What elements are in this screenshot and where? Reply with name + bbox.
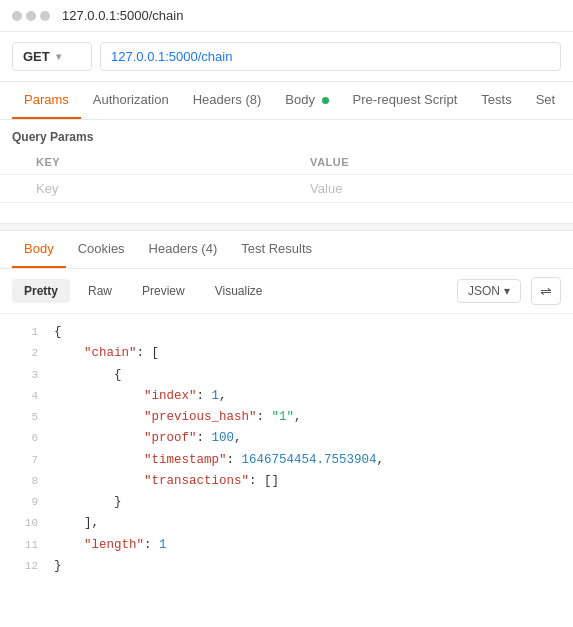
tab-body-label: Body — [285, 92, 328, 107]
code-line-4: 4 "index": 1, — [0, 386, 573, 407]
url-input[interactable] — [100, 42, 561, 71]
params-checkbox-col — [0, 150, 24, 175]
method-selector[interactable]: GET ▾ — [12, 42, 92, 71]
tab-tests-label: Tests — [481, 92, 511, 107]
params-value-header: VALUE — [298, 150, 573, 175]
code-line-10: 10 ], — [0, 513, 573, 534]
tab-set[interactable]: Set — [524, 82, 568, 119]
format-type-label: JSON — [468, 284, 500, 298]
query-params-title: Query Params — [0, 120, 573, 150]
code-line-3: 3 { — [0, 365, 573, 386]
method-chevron: ▾ — [56, 51, 61, 62]
response-code-view: 1 { 2 "chain": [ 3 { 4 "index": 1, 5 "pr… — [0, 314, 573, 585]
tab-headers[interactable]: Headers (8) — [181, 82, 274, 119]
window-title: 127.0.0.1:5000/chain — [62, 8, 183, 23]
format-type-chevron: ▾ — [504, 284, 510, 298]
window-dots — [12, 11, 50, 21]
section-divider — [0, 223, 573, 231]
dot-1 — [12, 11, 22, 21]
body-active-dot — [322, 97, 329, 104]
top-bar: 127.0.0.1:5000/chain — [0, 0, 573, 32]
format-preview-btn[interactable]: Preview — [130, 279, 197, 303]
code-line-9: 9 } — [0, 492, 573, 513]
tab-body[interactable]: Body — [273, 82, 340, 119]
format-bar: Pretty Raw Preview Visualize JSON ▾ ⇌ — [0, 269, 573, 314]
code-line-6: 6 "proof": 100, — [0, 428, 573, 449]
tab-authorization[interactable]: Authorization — [81, 82, 181, 119]
response-tab-body-label: Body — [24, 241, 54, 256]
code-line-1: 1 { — [0, 322, 573, 343]
params-key-header: KEY — [24, 150, 298, 175]
response-tab-body[interactable]: Body — [12, 231, 66, 268]
params-key-input[interactable]: Key — [24, 175, 298, 203]
response-tab-cookies[interactable]: Cookies — [66, 231, 137, 268]
method-label: GET — [23, 49, 50, 64]
format-visualize-btn[interactable]: Visualize — [203, 279, 275, 303]
tab-set-label: Set — [536, 92, 556, 107]
code-line-7: 7 "timestamp": 1646754454.7553904, — [0, 450, 573, 471]
response-tab-test-results[interactable]: Test Results — [229, 231, 324, 268]
tab-params-label: Params — [24, 92, 69, 107]
response-tab-test-results-label: Test Results — [241, 241, 312, 256]
code-line-12: 12 } — [0, 556, 573, 577]
tab-pre-request-script[interactable]: Pre-request Script — [341, 82, 470, 119]
dot-2 — [26, 11, 36, 21]
code-line-5: 5 "previous_hash": "1", — [0, 407, 573, 428]
params-row-checkbox[interactable] — [0, 175, 24, 203]
code-line-2: 2 "chain": [ — [0, 343, 573, 364]
format-pretty-btn[interactable]: Pretty — [12, 279, 70, 303]
code-line-8: 8 "transactions": [] — [0, 471, 573, 492]
wrap-icon: ⇌ — [540, 283, 552, 299]
tab-pre-request-label: Pre-request Script — [353, 92, 458, 107]
format-type-selector[interactable]: JSON ▾ — [457, 279, 521, 303]
response-tab-cookies-label: Cookies — [78, 241, 125, 256]
code-line-11: 11 "length": 1 — [0, 535, 573, 556]
params-table: KEY VALUE Key Value — [0, 150, 573, 203]
response-tab-headers[interactable]: Headers (4) — [137, 231, 230, 268]
tab-headers-label: Headers (8) — [193, 92, 262, 107]
tab-params[interactable]: Params — [12, 82, 81, 119]
params-value-input[interactable]: Value — [298, 175, 573, 203]
request-bar: GET ▾ — [0, 32, 573, 82]
tab-tests[interactable]: Tests — [469, 82, 523, 119]
response-tabs: Body Cookies Headers (4) Test Results — [0, 231, 573, 269]
response-tab-headers-label: Headers (4) — [149, 241, 218, 256]
wrap-toggle-btn[interactable]: ⇌ — [531, 277, 561, 305]
format-raw-btn[interactable]: Raw — [76, 279, 124, 303]
request-tabs: Params Authorization Headers (8) Body Pr… — [0, 82, 573, 120]
tab-authorization-label: Authorization — [93, 92, 169, 107]
dot-3 — [40, 11, 50, 21]
